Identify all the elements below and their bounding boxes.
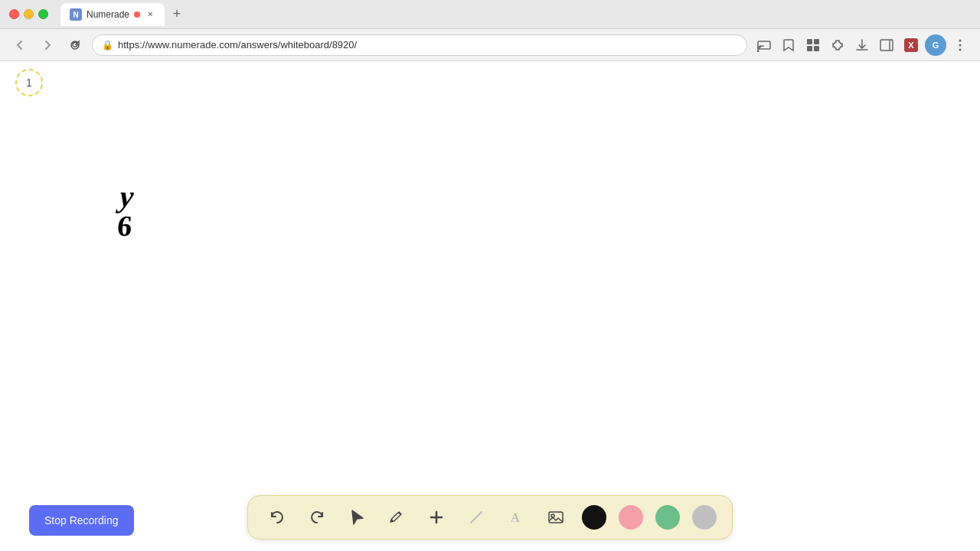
page-number: 1	[15, 69, 43, 96]
color-pink-button[interactable]	[619, 505, 643, 530]
svg-rect-5	[814, 39, 819, 44]
forward-icon	[41, 39, 54, 51]
menu-icon	[953, 38, 967, 52]
numerade-favicon: N	[70, 8, 82, 21]
pen-icon	[388, 509, 405, 526]
svg-rect-6	[807, 46, 812, 51]
browser-window: N Numerade ✕ + 🔒 htt	[0, 0, 980, 551]
sidebar-icon	[880, 38, 893, 52]
forward-button[interactable]	[37, 34, 58, 56]
color-gray-button[interactable]	[692, 505, 717, 530]
minimize-button[interactable]	[24, 9, 34, 19]
refresh-icon	[69, 39, 81, 51]
svg-rect-7	[814, 46, 819, 51]
svg-line-17	[471, 512, 482, 523]
eraser-icon	[468, 509, 485, 526]
back-icon	[14, 39, 26, 51]
svg-text:N: N	[73, 11, 78, 19]
traffic-lights	[9, 9, 48, 19]
menu-button[interactable]	[949, 34, 971, 56]
lock-icon: 🔒	[102, 40, 113, 51]
profile-avatar[interactable]: G	[925, 34, 946, 56]
tab-bar: N Numerade ✕ +	[60, 3, 971, 26]
back-button[interactable]	[9, 34, 31, 56]
maximize-button[interactable]	[38, 9, 48, 19]
brand-icon: X	[904, 38, 918, 52]
brand-button[interactable]: X	[900, 34, 922, 56]
svg-text:X: X	[908, 41, 914, 50]
svg-point-13	[959, 44, 962, 46]
bottom-toolbar: A	[247, 495, 733, 540]
svg-point-3	[757, 50, 760, 52]
new-tab-button[interactable]: +	[166, 4, 188, 25]
add-button[interactable]	[423, 504, 450, 531]
refresh-button[interactable]	[64, 34, 86, 56]
cast-button[interactable]	[753, 34, 775, 56]
title-bar: N Numerade ✕ +	[0, 0, 980, 29]
eraser-button[interactable]	[462, 504, 490, 531]
undo-button[interactable]	[263, 504, 291, 531]
svg-rect-8	[880, 40, 893, 51]
cast-icon	[757, 38, 771, 52]
color-green-button[interactable]	[655, 505, 680, 530]
svg-rect-4	[807, 39, 812, 44]
color-black-button[interactable]	[582, 505, 606, 530]
whiteboard[interactable]: 1 y 6	[0, 61, 980, 551]
redo-button[interactable]	[303, 504, 331, 531]
content-area: 1 y 6 Stop Recording	[0, 61, 980, 551]
bookmark-button[interactable]	[778, 34, 799, 56]
close-button[interactable]	[9, 9, 19, 19]
pen-button[interactable]	[383, 504, 410, 531]
svg-text:A: A	[511, 511, 520, 524]
extensions-button[interactable]	[827, 34, 848, 56]
drawn-math-content: y 6	[116, 180, 136, 243]
drawn-6: 6	[116, 210, 133, 243]
cursor-icon	[348, 509, 365, 526]
bookmark-icon	[782, 38, 795, 52]
select-button[interactable]	[343, 504, 371, 531]
tab-close-button[interactable]: ✕	[145, 9, 155, 20]
svg-rect-19	[549, 512, 563, 523]
stop-recording-button[interactable]: Stop Recording	[29, 505, 134, 536]
undo-icon	[269, 509, 286, 526]
nav-actions: X G	[753, 34, 971, 56]
image-button[interactable]	[542, 504, 570, 531]
text-button[interactable]: A	[502, 504, 530, 531]
tab-title: Numerade	[87, 9, 129, 20]
address-bar[interactable]: 🔒 https://www.numerade.com/answers/white…	[92, 34, 747, 56]
nav-bar: 🔒 https://www.numerade.com/answers/white…	[0, 29, 980, 61]
download-button[interactable]	[851, 34, 873, 56]
sidebar-button[interactable]	[876, 34, 897, 56]
recording-indicator	[134, 11, 140, 18]
active-tab[interactable]: N Numerade ✕	[60, 3, 165, 26]
puzzle-icon	[831, 38, 844, 52]
download-icon	[855, 38, 869, 52]
plus-icon	[428, 509, 445, 526]
redo-icon	[309, 509, 325, 526]
drawn-y: y	[119, 180, 136, 214]
apps-icon	[806, 38, 820, 52]
svg-point-14	[959, 48, 962, 51]
text-icon: A	[508, 509, 524, 526]
svg-point-12	[959, 39, 962, 41]
image-icon	[547, 509, 564, 526]
apps-button[interactable]	[802, 34, 824, 56]
url-text: https://www.numerade.com/answers/whitebo…	[118, 39, 737, 51]
